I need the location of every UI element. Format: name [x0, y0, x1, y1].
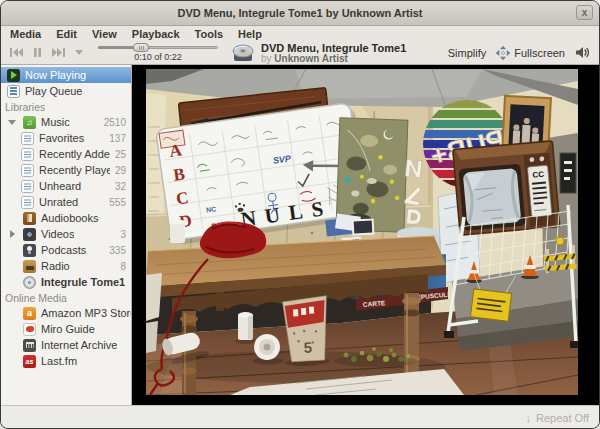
sidebar-item-integrule-tome1[interactable]: Integrule Tome1	[1, 274, 131, 290]
expander-open-icon[interactable]	[6, 120, 18, 125]
playlist-icon	[21, 164, 34, 177]
window-title: DVD Menu, Integrule Tome1 by Unknown Art…	[177, 7, 422, 19]
simplify-button[interactable]: Simplify	[448, 47, 487, 59]
menu-edit[interactable]: Edit	[56, 28, 77, 40]
miro-guide-icon	[23, 323, 36, 336]
item-count: 335	[109, 245, 131, 256]
seek-slider[interactable]	[98, 43, 218, 52]
sidebar-item-unheard[interactable]: Unheard 32	[1, 178, 131, 194]
artist-prefix: by	[261, 53, 272, 64]
fullscreen-icon	[496, 46, 510, 60]
sidebar-item-audiobooks[interactable]: Audiobooks	[1, 210, 131, 226]
seek-area: 0:10 of 0:22	[97, 43, 219, 62]
item-count: 8	[120, 261, 131, 272]
lastfm-icon: as	[23, 355, 36, 368]
internet-archive-icon	[23, 339, 36, 352]
menu-tools[interactable]: Tools	[195, 28, 224, 40]
item-count: 29	[115, 165, 131, 176]
menu-media[interactable]: Media	[10, 28, 41, 40]
sidebar-item-favorites[interactable]: Favorites 137	[1, 130, 131, 146]
sidebar-item-videos[interactable]: Videos 3	[1, 226, 131, 242]
tv-set: CC	[453, 141, 560, 235]
music-icon: ♫	[23, 116, 36, 129]
repeat-button[interactable]: ↓ Repeat Off	[526, 412, 590, 424]
source-list-sidebar: Now Playing Play Queue Libraries ♫ Music…	[1, 65, 132, 405]
videos-icon	[23, 228, 36, 241]
item-count: 137	[109, 133, 131, 144]
playlist-icon	[21, 132, 34, 145]
playlist-icon	[21, 196, 34, 209]
sidebar-item-music[interactable]: ♫ Music 2510	[1, 114, 131, 130]
sidebar-section-online-media: Online Media	[1, 290, 131, 305]
tv-badge-text: CC	[532, 170, 545, 180]
sidebar-section-libraries: Libraries	[1, 99, 131, 114]
track-artist: by Unknown Artist	[261, 54, 406, 64]
item-count: 2510	[104, 117, 131, 128]
track-info: DVD Menu, Integrule Tome1 by Unknown Art…	[231, 42, 406, 64]
dvd-disc-icon	[23, 276, 36, 289]
table-leg-right	[402, 293, 421, 385]
radio-icon	[23, 260, 36, 273]
transport-options-chevron-icon[interactable]	[75, 50, 83, 55]
cup-number: 5	[303, 339, 312, 356]
repeat-label: Repeat Off	[536, 412, 589, 424]
expander-closed-icon[interactable]	[6, 230, 18, 238]
transport-controls	[9, 47, 83, 58]
playlist-icon	[21, 148, 34, 161]
title-bar: DVD Menu, Integrule Tome1 by Unknown Art…	[1, 1, 599, 26]
sidebar-item-recently-played[interactable]: Recently Played 29	[1, 162, 131, 178]
menu-playback[interactable]: Playback	[132, 28, 180, 40]
menu-help[interactable]: Help	[238, 28, 262, 40]
sidebar-item-recently-added[interactable]: Recently Added 25	[1, 146, 131, 162]
menu-view[interactable]: View	[92, 28, 117, 40]
previous-button[interactable]	[9, 47, 24, 58]
seek-handle[interactable]	[133, 43, 149, 52]
time-label: 0:10 of 0:22	[134, 52, 182, 62]
board-nc-text: NC	[206, 205, 217, 213]
close-button[interactable]: x	[576, 5, 593, 20]
item-count: 25	[115, 149, 131, 160]
sidebar-item-amazon-mp3-store[interactable]: a Amazon MP3 Store	[1, 305, 131, 321]
audiobooks-icon	[23, 212, 36, 225]
sidebar-item-internet-archive[interactable]: Internet Archive	[1, 337, 131, 353]
item-count: 555	[109, 197, 131, 208]
play-queue-icon	[7, 85, 20, 98]
banshee-window: DVD Menu, Integrule Tome1 by Unknown Art…	[0, 0, 600, 429]
sidebar-item-now-playing[interactable]: Now Playing	[1, 67, 131, 83]
artist-name: Unknown Artist	[274, 53, 348, 64]
sidebar-item-miro-guide[interactable]: Miro Guide	[1, 321, 131, 337]
small-wall-frame	[560, 153, 576, 193]
fullscreen-label: Fullscreen	[514, 47, 565, 59]
item-count: 32	[115, 181, 131, 192]
main-content: Now Playing Play Queue Libraries ♫ Music…	[1, 65, 599, 405]
toolbar: 0:10 of 0:22 DVD Menu, Integrule Tome1 b…	[1, 41, 599, 65]
board-letter-c: C	[175, 188, 190, 209]
status-bar: ↓ Repeat Off	[1, 405, 599, 429]
track-meta: DVD Menu, Integrule Tome1 by Unknown Art…	[261, 42, 406, 64]
fullscreen-button[interactable]: Fullscreen	[496, 46, 565, 60]
amazon-icon: a	[23, 307, 36, 320]
sidebar-item-podcasts[interactable]: Podcasts 335	[1, 242, 131, 258]
video-display[interactable]: A B C D SVP NC	[132, 65, 599, 405]
menu-bar: Media Edit View Playback Tools Help	[1, 26, 599, 41]
dvd-menu-frame: A B C D SVP NC	[146, 69, 578, 395]
playlist-icon	[21, 180, 34, 193]
pause-button[interactable]	[33, 47, 42, 58]
podcasts-icon	[23, 244, 36, 257]
wall-map	[336, 110, 408, 232]
sidebar-item-unrated[interactable]: Unrated 555	[1, 194, 131, 210]
sidebar-item-play-queue[interactable]: Play Queue	[1, 83, 131, 99]
disc-icon	[231, 43, 255, 63]
sidebar-item-radio[interactable]: Radio 8	[1, 258, 131, 274]
item-count: 3	[120, 229, 131, 240]
volume-icon[interactable]	[575, 46, 591, 59]
now-playing-icon	[7, 69, 20, 82]
sidebar-item-lastfm[interactable]: as Last.fm	[1, 353, 131, 369]
repeat-arrow-icon: ↓	[526, 412, 532, 424]
next-button[interactable]	[51, 47, 66, 58]
